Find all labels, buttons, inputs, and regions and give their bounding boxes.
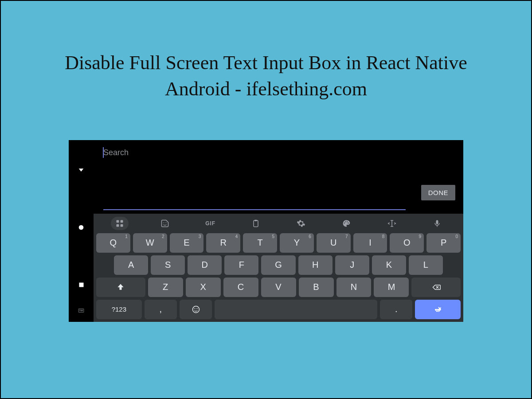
svg-point-19 xyxy=(347,221,348,222)
key-row-4: ?123 , . xyxy=(96,300,461,319)
svg-rect-5 xyxy=(82,309,82,310)
key-g[interactable]: G xyxy=(261,255,295,275)
backspace-key[interactable] xyxy=(411,278,461,297)
nav-home-icon[interactable] xyxy=(77,223,85,231)
key-w[interactable]: W2 xyxy=(133,233,167,253)
clipboard-icon[interactable] xyxy=(234,214,278,233)
key-o[interactable]: O9 xyxy=(390,233,424,253)
svg-rect-1 xyxy=(79,283,83,287)
key-f[interactable]: F xyxy=(224,255,258,275)
enter-key[interactable] xyxy=(415,300,461,319)
key-p[interactable]: P0 xyxy=(426,233,461,253)
svg-point-22 xyxy=(192,306,199,313)
svg-rect-12 xyxy=(121,224,123,227)
key-k[interactable]: K xyxy=(372,255,406,275)
key-i[interactable]: I8 xyxy=(353,233,387,253)
key-l[interactable]: L xyxy=(409,255,443,275)
key-m[interactable]: M xyxy=(374,278,409,297)
input-underline xyxy=(103,209,406,210)
gboard-keyboard: GIF Q1W2E3R4T5Y6U7I8O9P0 xyxy=(94,214,463,322)
key-y[interactable]: Y6 xyxy=(280,233,314,253)
android-nav-bar xyxy=(69,140,94,322)
period-key[interactable]: . xyxy=(380,300,412,319)
key-v[interactable]: V xyxy=(261,278,296,297)
suggestion-strip: GIF xyxy=(94,214,463,233)
nav-recents-icon[interactable] xyxy=(77,281,85,289)
emoji-key[interactable] xyxy=(180,300,212,319)
key-q[interactable]: Q1 xyxy=(96,233,130,253)
mic-icon[interactable] xyxy=(415,214,459,233)
svg-rect-8 xyxy=(80,310,83,311)
shift-key[interactable] xyxy=(96,278,145,297)
svg-rect-11 xyxy=(117,224,119,227)
keyboard-switcher-icon[interactable] xyxy=(77,307,85,315)
svg-rect-21 xyxy=(436,220,438,224)
key-j[interactable]: J xyxy=(335,255,369,275)
svg-rect-9 xyxy=(117,220,119,223)
key-x[interactable]: X xyxy=(186,278,221,297)
page-title: Disable Full Screen Text Input Box in Re… xyxy=(33,50,499,102)
svg-point-18 xyxy=(345,221,346,222)
svg-rect-7 xyxy=(79,310,80,311)
svg-point-23 xyxy=(194,308,195,309)
key-a[interactable]: A xyxy=(114,255,148,275)
svg-point-0 xyxy=(79,225,84,230)
screen-content: Search DONE GIF xyxy=(94,140,463,322)
svg-rect-4 xyxy=(80,309,81,310)
done-button[interactable]: DONE xyxy=(421,185,455,200)
key-row-3: ZXCVBNM xyxy=(96,278,461,297)
svg-rect-10 xyxy=(121,220,123,223)
key-b[interactable]: B xyxy=(299,278,334,297)
key-n[interactable]: N xyxy=(336,278,372,297)
key-t[interactable]: T5 xyxy=(243,233,277,253)
svg-point-13 xyxy=(164,222,164,223)
key-r[interactable]: R4 xyxy=(206,233,240,253)
gif-icon[interactable]: GIF xyxy=(189,214,232,233)
svg-point-24 xyxy=(196,308,197,309)
comma-key[interactable]: , xyxy=(145,300,177,319)
key-row-2: ASDFGHJKL xyxy=(96,255,461,275)
svg-rect-3 xyxy=(79,309,80,310)
fullscreen-text-input-area[interactable]: Search DONE xyxy=(94,140,463,214)
key-z[interactable]: Z xyxy=(148,278,183,297)
svg-rect-15 xyxy=(254,220,258,227)
key-d[interactable]: D xyxy=(188,255,222,275)
key-e[interactable]: E3 xyxy=(170,233,204,253)
key-u[interactable]: U7 xyxy=(317,233,351,253)
nav-back-icon[interactable] xyxy=(77,166,85,174)
key-s[interactable]: S xyxy=(151,255,185,275)
svg-rect-6 xyxy=(82,309,83,310)
svg-point-17 xyxy=(344,223,345,223)
svg-rect-2 xyxy=(78,309,84,312)
svg-rect-16 xyxy=(254,219,257,221)
svg-point-14 xyxy=(166,222,167,223)
settings-gear-icon[interactable] xyxy=(279,214,323,233)
toolbar-menu-icon[interactable] xyxy=(98,214,141,233)
key-row-1: Q1W2E3R4T5Y6U7I8O9P0 xyxy=(96,233,461,253)
text-edit-icon[interactable] xyxy=(370,214,414,233)
key-h[interactable]: H xyxy=(298,255,332,275)
theme-palette-icon[interactable] xyxy=(325,214,368,233)
search-placeholder: Search xyxy=(103,148,454,157)
symbols-key[interactable]: ?123 xyxy=(96,300,142,319)
svg-point-20 xyxy=(348,223,349,223)
key-c[interactable]: C xyxy=(223,278,258,297)
spacebar-key[interactable] xyxy=(215,300,377,319)
sticker-icon[interactable] xyxy=(143,214,187,233)
android-phone-landscape: Search DONE GIF xyxy=(69,140,463,322)
